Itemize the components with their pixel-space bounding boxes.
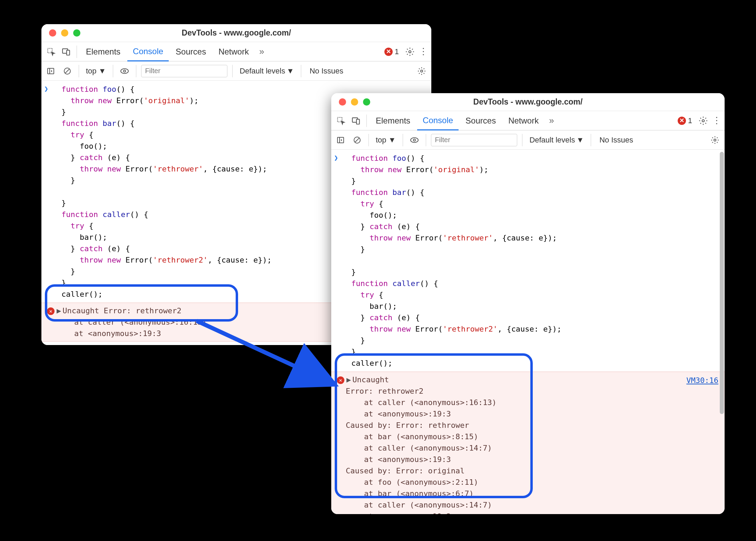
context-selector[interactable]: top ▼ — [84, 67, 108, 76]
tab-sources[interactable]: Sources — [460, 111, 501, 130]
levels-label: Default levels — [239, 67, 285, 76]
error-count: 1 — [395, 47, 399, 56]
maximize-window-button[interactable] — [73, 29, 80, 37]
more-tabs-icon[interactable]: » — [256, 46, 267, 57]
console-settings-icon[interactable] — [708, 136, 722, 144]
close-window-button[interactable] — [49, 29, 56, 37]
more-menu-icon[interactable]: ⋮ — [418, 46, 429, 57]
context-label: top — [86, 67, 97, 76]
filter-input[interactable] — [141, 65, 227, 77]
tab-elements[interactable]: Elements — [370, 111, 416, 130]
device-toolbar-icon[interactable] — [349, 114, 363, 128]
issues-label[interactable]: No Issues — [306, 67, 347, 76]
svg-rect-4 — [48, 68, 54, 74]
error-icon: ✕ — [47, 307, 55, 315]
error-count: 1 — [688, 116, 692, 125]
svg-point-9 — [124, 70, 126, 72]
dropdown-triangle-icon: ▼ — [389, 136, 396, 145]
source-link[interactable]: VM30:16 — [686, 375, 718, 386]
titlebar: DevTools - www.google.com/ — [331, 93, 725, 111]
svg-point-19 — [411, 138, 418, 142]
tab-network[interactable]: Network — [213, 42, 254, 61]
traffic-lights — [41, 29, 80, 37]
svg-point-14 — [702, 119, 705, 122]
inspect-element-icon[interactable] — [334, 114, 348, 128]
console-body: ❯ function foo() { throw new Error('orig… — [331, 150, 725, 514]
tab-elements[interactable]: Elements — [80, 42, 126, 61]
close-window-button[interactable] — [339, 98, 346, 106]
console-settings-icon[interactable] — [415, 67, 429, 75]
code-block: function foo() { throw new Error('origin… — [342, 153, 725, 369]
sidebar-toggle-icon[interactable] — [334, 134, 347, 147]
clear-console-icon[interactable] — [61, 65, 74, 78]
error-count-badge[interactable]: ✕ 1 — [675, 116, 695, 125]
error-icon: ✕ — [337, 376, 344, 384]
live-expression-icon[interactable] — [118, 65, 131, 78]
devtools-window-after: DevTools - www.google.com/ Elements Cons… — [331, 93, 725, 514]
levels-label: Default levels — [529, 136, 575, 145]
sidebar-toggle-icon[interactable] — [44, 65, 57, 78]
svg-point-8 — [121, 69, 128, 73]
dropdown-triangle-icon: ▼ — [99, 67, 106, 76]
input-chevron-icon: ❯ — [44, 83, 48, 94]
tab-sources[interactable]: Sources — [170, 42, 212, 61]
console-toolbar: top ▼ Default levels ▼ No Issues — [41, 61, 431, 81]
disclosure-triangle-icon[interactable]: ▶ — [57, 306, 61, 315]
svg-rect-13 — [356, 119, 360, 124]
console-toolbar: top ▼ Default levels ▼ No Issues — [331, 130, 725, 150]
error-icon: ✕ — [384, 48, 393, 56]
titlebar: DevTools - www.google.com/ — [41, 24, 431, 42]
svg-line-7 — [65, 69, 69, 73]
more-menu-icon[interactable]: ⋮ — [711, 115, 722, 126]
context-selector[interactable]: top ▼ — [374, 136, 398, 145]
clear-console-icon[interactable] — [351, 134, 364, 147]
error-title: Uncaught Error: rethrower2 — [62, 306, 181, 315]
svg-point-20 — [413, 139, 415, 141]
dropdown-triangle-icon: ▼ — [576, 136, 584, 145]
console-input-echo: ❯ function foo() { throw new Error('orig… — [331, 150, 725, 372]
more-tabs-icon[interactable]: » — [546, 115, 557, 126]
log-levels-selector[interactable]: Default levels ▼ — [527, 136, 586, 145]
inspect-element-icon[interactable] — [44, 45, 58, 59]
error-title: Uncaught — [352, 375, 389, 384]
devtools-tabbar: Elements Console Sources Network » ✕ 1 ⋮ — [41, 42, 431, 61]
devtools-tabbar: Elements Console Sources Network » ✕ 1 ⋮ — [331, 111, 725, 130]
traffic-lights — [331, 98, 370, 106]
input-chevron-icon: ❯ — [334, 153, 338, 163]
svg-point-21 — [714, 139, 716, 141]
context-label: top — [376, 136, 386, 145]
tab-network[interactable]: Network — [503, 111, 544, 130]
console-error-message[interactable]: VM30:16 ✕▶Uncaught Error: rethrower2 at … — [331, 372, 725, 514]
tab-console[interactable]: Console — [127, 42, 169, 61]
error-count-badge[interactable]: ✕ 1 — [382, 47, 402, 56]
maximize-window-button[interactable] — [363, 98, 370, 106]
device-toolbar-icon[interactable] — [59, 45, 73, 59]
minimize-window-button[interactable] — [351, 98, 358, 106]
minimize-window-button[interactable] — [61, 29, 68, 37]
error-icon: ✕ — [678, 117, 686, 125]
settings-icon[interactable] — [403, 47, 417, 56]
filter-input[interactable] — [431, 134, 517, 146]
dropdown-triangle-icon: ▼ — [286, 67, 294, 76]
live-expression-icon[interactable] — [408, 134, 421, 147]
window-title: DevTools - www.google.com/ — [331, 97, 725, 107]
issues-label[interactable]: No Issues — [596, 136, 637, 145]
log-levels-selector[interactable]: Default levels ▼ — [237, 67, 296, 76]
svg-point-10 — [421, 70, 423, 72]
svg-line-18 — [355, 138, 359, 142]
disclosure-triangle-icon[interactable]: ▶ — [346, 375, 351, 384]
window-title: DevTools - www.google.com/ — [41, 28, 431, 38]
settings-icon[interactable] — [696, 116, 710, 125]
svg-rect-2 — [67, 50, 70, 55]
error-stack-trace: Error: rethrower2 at caller (<anonymous>… — [335, 385, 721, 514]
scrollbar-thumb[interactable] — [720, 152, 724, 414]
tab-console[interactable]: Console — [417, 111, 459, 130]
svg-point-3 — [409, 50, 411, 53]
svg-rect-15 — [337, 137, 344, 143]
